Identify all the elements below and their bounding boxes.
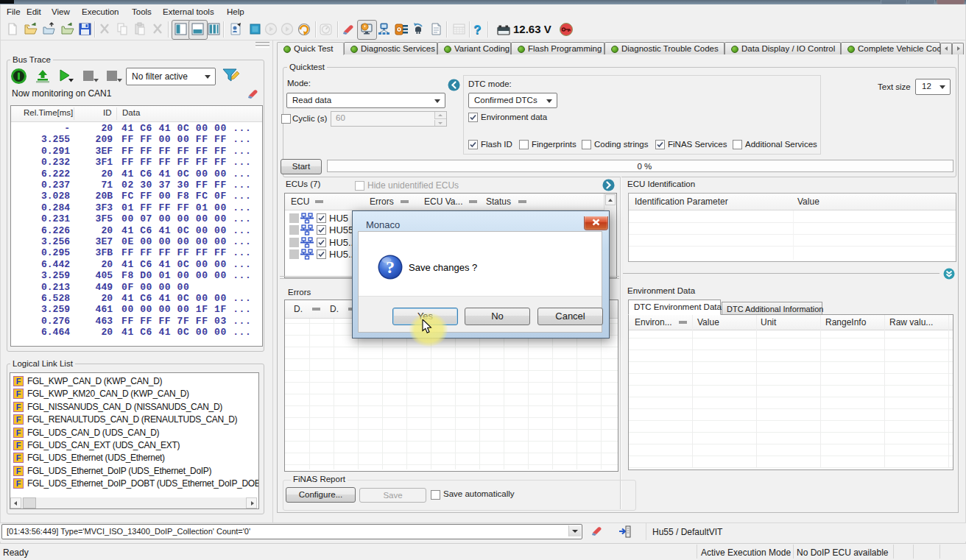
svg-text:?: ? — [386, 258, 395, 277]
